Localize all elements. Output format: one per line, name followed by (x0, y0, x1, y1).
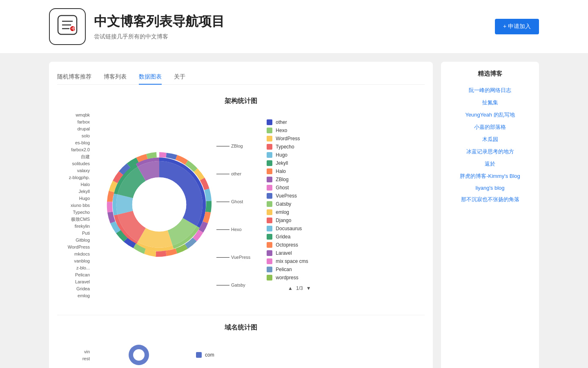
chart1-left-labels: wmqbk farbox drupal solo es-blog farbox2… (57, 112, 90, 298)
legend-label-pelican: Pelican (276, 267, 292, 272)
svg-text:中: 中 (71, 27, 76, 31)
legend-color-hugo (267, 152, 272, 158)
legend-emlog: emlog (267, 209, 332, 215)
legend-pelican: Pelican (267, 267, 332, 272)
chart1-section: 架构统计图 wmqbk farbox drupal solo es-blog f… (57, 93, 425, 303)
legend-color-other (267, 119, 272, 125)
chart1-legend: other Hexo WordPress Typecho (267, 119, 332, 291)
legend-color-jekyll (267, 160, 272, 166)
sidebar-link-fanyu[interactable]: 返於 (449, 158, 531, 170)
legend-wordpress: WordPress (267, 136, 332, 141)
legend-laravel: Laravel (267, 250, 332, 256)
legend-django: Django (267, 218, 332, 223)
legend-label-jekyll: Jekyll (276, 160, 288, 166)
sidebar-link-panghu[interactable]: 胖虎的博客-Kimmy's Blog (449, 170, 531, 182)
legend-label-hexo: Hexo (276, 128, 287, 133)
legend-wordpress2: wordpress (267, 275, 332, 280)
legend-color-octopress (267, 242, 272, 248)
legend-typecho: Typecho (267, 144, 332, 150)
legend-label-laravel: Laravel (276, 250, 292, 256)
logo: 中 (49, 8, 86, 45)
label-zblo: z-blo... (57, 265, 90, 271)
legend-color-docusaurus (267, 226, 272, 231)
label-mkdocs: mkdocs (57, 251, 90, 257)
label-esblog: es-blog (57, 140, 90, 146)
donut-chart (98, 129, 220, 282)
label-laravel: Laravel (57, 279, 90, 285)
legend-label-vuepress: VuePress (276, 193, 297, 199)
legend-gatsby: Gatsby (267, 201, 332, 207)
tab-about[interactable]: 关于 (174, 70, 185, 85)
header: 中 中文博客列表导航项目 尝试链接几乎所有的中文博客 + 申请加入 (0, 0, 588, 54)
legend-color-hexo (267, 128, 272, 133)
label-solo: solo (57, 133, 90, 139)
sidebar-link-yeungyeah[interactable]: YeungYeah 的乱写地 (449, 109, 531, 121)
legend-label-docusaurus: Docusaurus (276, 226, 302, 231)
legend-label-zblog: ZBlog (276, 177, 288, 182)
tab-charts[interactable]: 数据图表 (139, 70, 162, 85)
sidebar-link-ruanyifeng[interactable]: 阮一峰的网络日志 (449, 84, 531, 96)
legend-label-other: other (276, 119, 287, 125)
legend-color-wordpress (267, 136, 272, 141)
legend-color-gatsby (267, 201, 272, 207)
label-zblogphp: z-blogphp. (57, 175, 90, 180)
tab-random[interactable]: 随机博客推荐 (57, 70, 91, 85)
legend-docusaurus: Docusaurus (267, 226, 332, 231)
legend-com: com (196, 352, 261, 358)
label-vin: vin (57, 349, 90, 355)
legend-label-com: com (205, 352, 214, 358)
legend-mixspace: mix space cms (267, 258, 332, 264)
label-solitudes: solitudes (57, 161, 90, 166)
sidebar: 精选博客 阮一峰的网络日志 扯氮集 YeungYeah 的乱写地 小嘉的部落格 … (441, 62, 539, 368)
rlabel-zblog: ——ZBlog (216, 142, 250, 150)
label-emlog: emlog (57, 293, 90, 298)
legend-label-hugo: Hugo (276, 152, 287, 158)
label-farbox2: farbox2.0 (57, 147, 90, 153)
sidebar-link-nachenji[interactable]: 那不沉寂也不张扬的角落 (449, 193, 531, 206)
legend-color-mixspace (267, 258, 272, 264)
sidebar-link-mugua[interactable]: 木瓜园 (449, 133, 531, 146)
sidebar-link-binglan[interactable]: 冰蓝记录思考的地方 (449, 146, 531, 158)
chart1-title: 架构统计图 (57, 97, 425, 105)
label-puti: Puti (57, 230, 90, 236)
legend-jekyll: Jekyll (267, 160, 332, 166)
chart2-legend: com (196, 352, 261, 358)
legend-label-octopress: Octopress (276, 242, 298, 248)
legend-label-mixspace: mix space cms (276, 258, 308, 264)
legend-label-gatsby: Gatsby (276, 201, 291, 207)
label-gitblog: Gitblog (57, 237, 90, 243)
legend-color-com (196, 352, 202, 358)
rlabel-vuepress: ——VuePress (216, 254, 250, 261)
content-area: 随机博客推荐 博客列表 数据图表 关于 架构统计图 wmqbk farbox d… (49, 62, 433, 368)
label-valaxy: valaxy (57, 168, 90, 173)
tab-list[interactable]: 博客列表 (104, 70, 127, 85)
apply-button[interactable]: + 申请加入 (495, 19, 539, 34)
sidebar-link-liyang[interactable]: liyang's blog (449, 182, 531, 193)
chart1-container: wmqbk farbox drupal solo es-blog farbox2… (57, 112, 425, 298)
legend-vuepress: VuePress (267, 193, 332, 199)
next-page-icon[interactable]: ▼ (306, 285, 311, 291)
legend-color-emlog (267, 209, 272, 215)
legend-ghost: Ghost (267, 185, 332, 191)
chart2-donut-placeholder (98, 339, 180, 368)
sidebar-title: 精选博客 (449, 70, 531, 78)
legend-color-halo (267, 168, 272, 174)
label-jizhi: 极致CMS (57, 216, 90, 222)
chart1-right-labels: ——ZBlog ——other ——Ghost ——Hexo ——VuePres… (216, 130, 250, 289)
page-indicator: 1/3 (296, 285, 303, 291)
label-firekylin: firekylin (57, 223, 90, 229)
sidebar-link-xiaojia[interactable]: 小嘉的部落格 (449, 121, 531, 133)
site-subtitle: 尝试链接几乎所有的中文博客 (94, 33, 225, 40)
legend-color-typecho (267, 144, 272, 150)
legend-color-pelican (267, 267, 272, 272)
svg-point-7 (132, 177, 186, 231)
label-hugo: Hugo (57, 195, 90, 201)
chart2-left-labels: vin rest (57, 349, 90, 361)
label-rest: rest (57, 356, 90, 361)
chart2-section: 域名统计图 vin rest com (57, 315, 425, 368)
label-wmqbk: wmqbk (57, 112, 90, 118)
sidebar-link-chedan[interactable]: 扯氮集 (449, 96, 531, 109)
header-left: 中 中文博客列表导航项目 尝试链接几乎所有的中文博客 (49, 8, 225, 45)
legend-label-typecho: Typecho (276, 144, 294, 150)
prev-page-icon[interactable]: ▲ (288, 285, 293, 291)
